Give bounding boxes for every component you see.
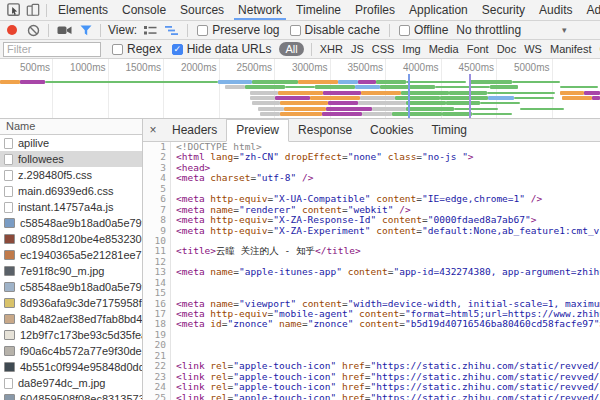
tab-sources[interactable]: Sources xyxy=(173,0,231,20)
detail-tab-cookies[interactable]: Cookies xyxy=(361,120,422,141)
request-row[interactable]: 604859508f08ec8313573f0e7... xyxy=(0,391,142,400)
record-button[interactable] xyxy=(7,25,17,35)
request-row[interactable]: apilive xyxy=(0,135,142,151)
detail-tab-response[interactable]: Response xyxy=(289,120,361,141)
tab-console[interactable]: Console xyxy=(115,0,173,20)
waterfall-bar xyxy=(275,96,310,100)
clear-icon[interactable] xyxy=(27,24,40,37)
line-code: <head> xyxy=(171,163,600,173)
filter-type-css[interactable]: CSS xyxy=(372,43,395,55)
preview-source-view[interactable]: 1<!DOCTYPE html>2<html lang="zh-CN" drop… xyxy=(143,142,600,400)
regex-checkbox-slot: Regex xyxy=(107,42,167,56)
tab-elements[interactable]: Elements xyxy=(51,0,115,20)
close-detail-icon[interactable]: × xyxy=(143,120,163,141)
name-column-header[interactable]: Name xyxy=(0,119,142,135)
request-name: 4b551c0f994e95848d0dda09... xyxy=(20,361,142,373)
detail-tab-headers[interactable]: Headers xyxy=(163,120,226,141)
timeline-tick-label: 5000ms xyxy=(500,62,550,73)
tab-timeline[interactable]: Timeline xyxy=(289,0,348,20)
filter-type-img[interactable]: Img xyxy=(402,43,420,55)
line-code: <link rel="apple-touch-icon" href="https… xyxy=(171,393,600,400)
waterfall-bar xyxy=(298,80,338,84)
filter-type-doc[interactable]: Doc xyxy=(497,43,517,55)
filter-type-js[interactable]: JS xyxy=(351,43,364,55)
waterfall-bar xyxy=(372,107,406,111)
filter-type-manifest[interactable]: Manifest xyxy=(550,43,592,55)
line-number: 3 xyxy=(143,163,171,173)
hide-data-urls-checkbox-box[interactable]: ✓ xyxy=(172,44,183,55)
request-row[interactable]: main.d6939ed6.css xyxy=(0,183,142,199)
screenshot-capture-icon[interactable] xyxy=(57,24,72,36)
filter-funnel-icon[interactable] xyxy=(80,25,92,36)
toolbar-separator xyxy=(100,24,101,37)
disable-cache-checkbox-label: Disable cache xyxy=(305,23,380,37)
request-row[interactable]: ec1940365a5e21281ee71856... xyxy=(0,247,142,263)
waterfall-bar xyxy=(480,102,520,104)
disable-cache-checkbox-box[interactable] xyxy=(290,25,301,36)
request-row[interactable]: da8e974dc_m.jpg xyxy=(0,375,142,391)
filter-input[interactable] xyxy=(3,42,101,57)
regex-checkbox-box[interactable] xyxy=(112,44,123,55)
inspect-element-icon[interactable] xyxy=(4,1,23,19)
request-row[interactable]: followees xyxy=(0,151,142,167)
regex-checkbox[interactable]: Regex xyxy=(112,42,162,56)
tab-profiles[interactable]: Profiles xyxy=(348,0,402,20)
request-row[interactable]: 7e91f8c90_m.jpg xyxy=(0,263,142,279)
request-row[interactable]: 8d936afa9c3de7175958fae5... xyxy=(0,295,142,311)
detail-tab-timing[interactable]: Timing xyxy=(422,120,476,141)
request-row[interactable]: z.298480f5.css xyxy=(0,167,142,183)
waterfall-bar xyxy=(487,92,555,94)
preserve-log-checkbox[interactable]: Preserve log xyxy=(197,23,279,37)
line-number: 6 xyxy=(143,194,171,204)
filter-type-xhr[interactable]: XHR xyxy=(320,43,343,55)
tab-adblock-plus[interactable]: Adblock Plus xyxy=(579,0,600,20)
offline-checkbox[interactable]: Offline xyxy=(399,23,448,37)
request-row[interactable]: 8ab482aef38ed7fab8bd4314... xyxy=(0,311,142,327)
request-row[interactable]: c08958d120be4e853230649... xyxy=(0,231,142,247)
source-line: 15 xyxy=(143,288,600,298)
line-code: <meta charset="utf-8" /> xyxy=(171,173,600,183)
source-line: 6<meta http-equiv="X-UA-Compatible" cont… xyxy=(143,194,600,204)
waterfall-bar xyxy=(358,80,376,84)
request-row[interactable]: 12b9f7c173be93c5d35fea2d... xyxy=(0,327,142,343)
throttling-dropdown-arrow-icon[interactable]: ▾ xyxy=(562,25,567,35)
tab-application[interactable]: Application xyxy=(402,0,475,20)
image-file-icon xyxy=(4,250,15,260)
device-toolbar-icon[interactable] xyxy=(23,1,42,19)
waterfall-bar xyxy=(280,101,328,105)
filter-type-font[interactable]: Font xyxy=(467,43,489,55)
waterfall-bar xyxy=(488,96,514,100)
filter-type-all[interactable]: All xyxy=(279,42,303,56)
waterfall-bar xyxy=(361,91,401,95)
timeline-tick-label: 500ms xyxy=(0,62,50,73)
tab-audits[interactable]: Audits xyxy=(532,0,579,20)
waterfall-bar xyxy=(323,91,361,95)
waterfall-view-icon[interactable] xyxy=(165,25,179,36)
tab-network[interactable]: Network xyxy=(231,0,289,20)
filter-type-ws[interactable]: WS xyxy=(524,43,542,55)
source-line: 20 xyxy=(143,340,600,350)
filter-type-media[interactable]: Media xyxy=(429,43,459,55)
image-file-icon xyxy=(4,298,15,308)
preserve-log-checkbox-box[interactable] xyxy=(197,25,208,36)
request-row[interactable]: 4b551c0f994e95848d0dda09... xyxy=(0,359,142,375)
tab-security[interactable]: Security xyxy=(475,0,532,20)
disable-cache-checkbox[interactable]: Disable cache xyxy=(290,23,380,37)
waterfall-bar xyxy=(250,96,275,100)
request-row[interactable]: c58548ae9b18ad0a5e79fe4e... xyxy=(0,279,142,295)
document-file-icon xyxy=(4,202,13,213)
request-row[interactable]: f90a6c4b572a77e9f30de153... xyxy=(0,343,142,359)
view-list-icon[interactable] xyxy=(144,25,157,36)
offline-checkbox-box[interactable] xyxy=(399,25,410,36)
waterfall-bar xyxy=(360,96,395,100)
throttling-select[interactable]: No throttling xyxy=(456,23,521,37)
detail-tabbar: × HeadersPreviewResponseCookiesTiming xyxy=(143,119,600,142)
hide-data-urls-checkbox[interactable]: ✓Hide data URLs xyxy=(172,42,272,56)
timeline-tick-label: 4000ms xyxy=(389,62,439,73)
request-row[interactable]: instant.14757a4a.js xyxy=(0,199,142,215)
network-overview[interactable]: 500ms1000ms1500ms2000ms2500ms3000ms3500m… xyxy=(0,59,600,119)
network-main: Name apilivefolloweesz.298480f5.cssmain.… xyxy=(0,119,600,400)
detail-tab-preview[interactable]: Preview xyxy=(226,119,289,142)
timeline-tick-label: 1000ms xyxy=(56,62,106,73)
request-row[interactable]: c58548ae9b18ad0a5e79fe4e... xyxy=(0,215,142,231)
